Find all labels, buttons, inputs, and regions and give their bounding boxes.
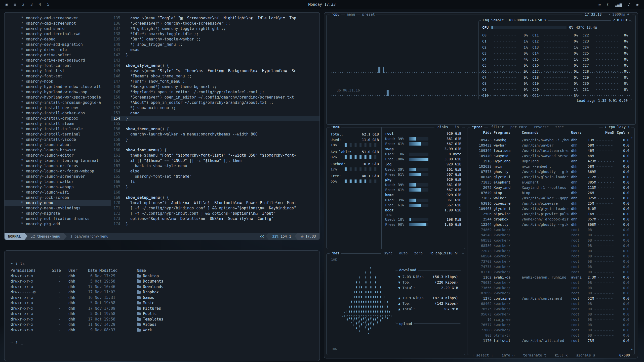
workspace-button[interactable]: 2: [22, 2, 24, 7]
explorer-item[interactable]: *omarchy-install-docker-dbs: [21, 111, 111, 116]
process-row[interactable]: 71837walker/usr/bin/walker --gappldhh325…: [470, 196, 629, 201]
footer-hint[interactable]: signals s: [575, 353, 597, 357]
explorer-item[interactable]: *omarchy-launch-screensaver: [21, 174, 111, 179]
explorer-pane[interactable]: *omarchy-cmd-screensaver*omarchy-cmd-scr…: [5, 13, 111, 233]
tray-meter-icon[interactable]: ▂▄▆: [615, 2, 622, 7]
process-row[interactable]: 109344localsea/usr/lib/localsearch-exdhh…: [470, 148, 629, 153]
explorer-item[interactable]: *omarchy-menu-keybindings: [21, 206, 111, 211]
explorer-item[interactable]: *omarchy-launch-about: [21, 142, 111, 148]
process-row[interactable]: 1162avahi-daavahi-daemon: running [avahi…: [470, 275, 629, 280]
column-header[interactable]: MemB: [588, 130, 614, 134]
process-row[interactable]: 109423swaybg/usr/bin/swaybg -i /homdhh13…: [470, 138, 629, 143]
workspace-button[interactable]: 4: [39, 2, 41, 7]
sort-selector[interactable]: ‹ cpu lazy ›: [603, 125, 631, 129]
explorer-item[interactable]: *omarchy-launch-wifi: [21, 190, 111, 195]
interval-control[interactable]: - 2000ms +: [607, 12, 631, 16]
explorer-item[interactable]: *omarchy-cmd-share: [21, 26, 111, 31]
column-header[interactable]: Pid:: [470, 130, 492, 134]
volume-icon[interactable]: ♪: [628, 2, 630, 7]
column-header[interactable]: Cpu% ↑: [616, 130, 629, 134]
process-row[interactable]: 68584kworker/root0B0.0: [470, 254, 629, 259]
explorer-item[interactable]: *omarchy-dev-add-migration: [21, 42, 111, 47]
footer-hint[interactable]: info ↵: [500, 353, 516, 357]
explorer-item[interactable]: *omarchy-install-tailscale: [21, 126, 111, 132]
tree-button[interactable]: tree: [554, 125, 565, 129]
process-row[interactable]: 79032kworker/root0B0.0: [470, 280, 629, 285]
column-header[interactable]: User:: [571, 130, 586, 134]
explorer-item[interactable]: *omarchy-notification-dismiss: [21, 216, 111, 221]
explorer-item[interactable]: *omarchy-launch-or-focus-webapp: [21, 169, 111, 174]
process-row[interactable]: 72073kworker/root0B0.0: [470, 248, 629, 254]
explorer-item[interactable]: *omarchy-install-dev-env: [21, 105, 111, 111]
explorer-item[interactable]: *omarchy-font-list: [21, 68, 111, 74]
explorer-item[interactable]: *omarchy-font-set: [21, 74, 111, 79]
process-row[interactable]: 95673kworker/root0B0.0: [470, 312, 629, 317]
preset-button[interactable]: preset: [360, 12, 376, 16]
process-row[interactable]: 1916HyprlandHyprlanddhh423M0.0: [470, 159, 629, 164]
footer-hint[interactable]: terminate t: [521, 353, 548, 357]
process-row[interactable]: 803btrfs-trroot0B0.0: [470, 333, 629, 338]
explorer-item[interactable]: *omarchy-launch-or-focus: [21, 163, 111, 169]
explorer-item[interactable]: *omarchy-hyprland-workspace-toggle: [21, 95, 111, 100]
window-icon[interactable]: ▤: [14, 2, 16, 7]
explorer-item[interactable]: *omarchy-install-dropbox: [21, 116, 111, 121]
explorer-item[interactable]: *omarchy-hyprland-window-pop: [21, 89, 111, 95]
process-row[interactable]: 81310kworker/root0B0.0: [470, 269, 629, 275]
zero-button[interactable]: zero: [413, 251, 424, 255]
process-row[interactable]: 73703kworker/root0B0.0: [470, 259, 629, 264]
explorer-item[interactable]: *omarchy-menu: [5, 200, 111, 206]
per-core-button[interactable]: per-core: [509, 125, 529, 129]
process-row[interactable]: 109432waybar/usr/bin/waybardhh68M0.0: [470, 143, 629, 148]
process-row[interactable]: 2506pipewire/usr/bin/pipewire-pulsedhh14…: [470, 211, 629, 217]
workspace-button[interactable]: 3: [30, 2, 33, 7]
process-row[interactable]: 87573ghostty/usr/bin/ghostty --gtk-dhh36…: [470, 169, 629, 174]
process-row[interactable]: 12244ghostty/usr/bin/ghostty --gtk-dhh86…: [470, 222, 629, 227]
process-row[interactable]: 16rcu_preeroot0B0.0: [470, 317, 629, 322]
explorer-item[interactable]: *omarchy-install-steam: [21, 121, 111, 126]
explorer-item[interactable]: *omarchy-launch-floating-terminal-: [21, 158, 111, 163]
interface-selector[interactable]: ‹b enp191s0 n›: [428, 251, 460, 255]
workspace-button[interactable]: 5: [47, 2, 49, 7]
process-row[interactable]: 109440swayosd-/usr/lib/swayosd-serverdhh…: [470, 153, 629, 159]
process-row[interactable]: 106746glycin-i/usr/lib/glycin-loadersdhh…: [470, 174, 629, 180]
code-pane[interactable]: 135 case $(menu "Toggle" "▣ Screensaver\…: [111, 13, 319, 233]
process-row[interactable]: 76577kworker/root0B0.0: [470, 322, 629, 328]
explorer-item[interactable]: *omarchy-drive-info: [21, 47, 111, 53]
explorer-item[interactable]: *omarchy-cmd-screenshot: [21, 21, 111, 26]
process-row[interactable]: 74869kworker/root0B0.0: [470, 227, 629, 233]
explorer-item[interactable]: *omarchy-debug: [21, 37, 111, 42]
process-row[interactable]: 63816pipewire/usr/bin/pipewiredhh25M0.0: [470, 201, 629, 206]
explorer-item[interactable]: *omarchy-hyprland-window-close-all: [21, 84, 111, 89]
explorer-item[interactable]: *omarchy-install-chromium-google-a: [21, 100, 111, 105]
process-row[interactable]: 68586kworker/root0B0.0: [470, 243, 629, 248]
process-row[interactable]: 109463glycin-i/usr/lib/glycin-loadersdhh…: [470, 206, 629, 211]
process-row[interactable]: 2544dropbox/home/dhh/.dropbox-distdhh357…: [470, 217, 629, 222]
process-row[interactable]: 2075XwaylandXwayland :1 -rootless -dhh11…: [470, 185, 629, 190]
explorer-item[interactable]: *omarchy-lock-screen: [21, 195, 111, 200]
explorer-item[interactable]: *omarchy-launch-webapp: [21, 185, 111, 190]
column-header[interactable]: Command:: [522, 130, 569, 134]
explorer-item[interactable]: *omarchy-launch-editor: [21, 153, 111, 158]
logo-icon[interactable]: ▣: [6, 2, 8, 7]
bluetooth-icon[interactable]: ᛒ: [607, 2, 609, 7]
process-row[interactable]: 76575kworker/root0B0.0: [470, 306, 629, 312]
process-row[interactable]: 68402kworker/root0B0.0: [470, 301, 629, 306]
auto-button[interactable]: auto: [398, 251, 409, 255]
explorer-item[interactable]: *omarchy-cmd-terminal-cwd: [21, 31, 111, 37]
screencast-icon[interactable]: ⇄: [598, 2, 601, 7]
process-row[interactable]: 94540kworker/root0B0.0: [470, 233, 629, 238]
process-row[interactable]: 1275containe/usr/bin/containerdroot52M0.…: [470, 296, 629, 301]
process-row[interactable]: 71835elephantelephantdhh385M0.0: [470, 180, 629, 185]
process-row[interactable]: 74733kworker/root0B0.0: [470, 264, 629, 269]
process-row[interactable]: 73656kworker/root0B0.0: [470, 285, 629, 291]
explorer-item[interactable]: *omarchy-drive-select: [21, 53, 111, 58]
column-header[interactable]: Program:: [494, 130, 520, 134]
sync-button[interactable]: sync: [383, 251, 394, 255]
power-icon[interactable]: ◉: [636, 2, 638, 7]
terminal-window[interactable]: ~ ❯ ls PermissionsSizeUserDate ModifiedN…: [4, 250, 320, 361]
explorer-item[interactable]: *omarchy-cmd-screensaver: [21, 16, 111, 21]
process-row[interactable]: 72088kworker/root0B0.0: [470, 328, 629, 333]
process-row[interactable]: 102099kworker/root0B0.0: [470, 291, 629, 296]
footer-hint[interactable]: kill k: [553, 353, 569, 357]
process-row[interactable]: 102638nvimnvim --embed .dhh58M0.0: [470, 164, 629, 169]
